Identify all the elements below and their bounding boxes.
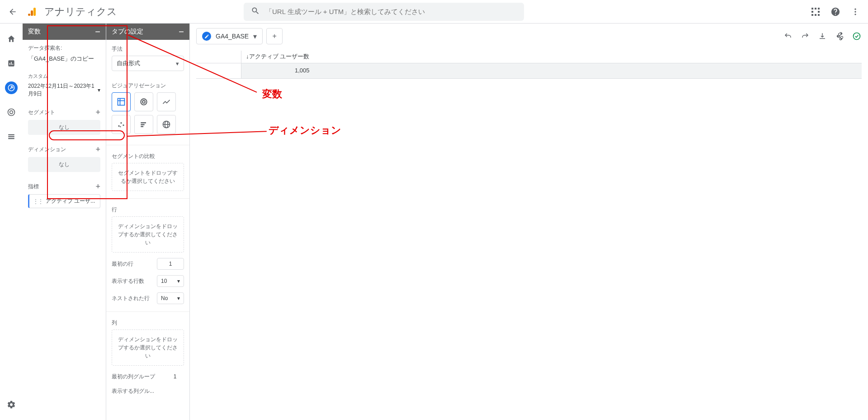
nav-configure-icon[interactable] [5, 130, 18, 143]
exploration-name-value[interactable]: 「GA4_BASE」のコピー [28, 55, 100, 63]
segment-none: なし [28, 120, 100, 135]
viz-scatter-icon[interactable] [112, 115, 131, 134]
svg-rect-6 [811, 11, 813, 13]
help-icon[interactable] [830, 6, 841, 17]
svg-point-30 [120, 122, 122, 124]
svg-point-32 [120, 126, 121, 128]
main-area: 変数 − データ探索名: 「GA4_BASE」のコピー カスタム 2022年12… [23, 24, 868, 420]
share-icon[interactable] [835, 31, 844, 41]
canvas-tab[interactable]: GA4_BASE ▾ [196, 28, 263, 44]
rows-dropzone[interactable]: ディメンションをドロップするか選択してください [112, 216, 184, 253]
show-rows-select[interactable]: 10▾ [157, 275, 184, 287]
svg-rect-34 [141, 124, 144, 125]
technique-select[interactable]: 自由形式▾ [112, 56, 184, 71]
svg-point-11 [854, 8, 856, 10]
annotation-text-dimension: ディメンション [269, 124, 341, 137]
nav-advertising-icon[interactable] [5, 106, 18, 119]
viz-geo-icon[interactable] [157, 115, 176, 134]
first-col-group-label: 最初の列グループ [112, 373, 155, 381]
columns-label: 列 [112, 319, 184, 327]
nav-explore-icon[interactable] [5, 81, 18, 94]
rows-section: 行 ディメンションをドロップするか選択してください 最初の行 1 表示する行数 … [106, 200, 189, 310]
svg-rect-33 [141, 122, 146, 124]
variables-panel-header[interactable]: 変数 − [23, 24, 106, 40]
svg-rect-3 [811, 8, 813, 10]
viz-line-icon[interactable] [157, 92, 176, 111]
data-quality-icon[interactable] [852, 31, 862, 41]
apps-icon[interactable] [810, 6, 821, 17]
search-box[interactable] [244, 3, 524, 21]
first-col-group-value[interactable]: 1 [166, 371, 184, 382]
date-range-section[interactable]: カスタム 2022年12月11日～2023年1月9日▾ [23, 68, 106, 103]
collapse-icon[interactable]: − [95, 27, 100, 37]
canvas-area: GA4_BASE ▾ + ↓アクティブ ユーザー数 1,005 [190, 24, 868, 420]
dropdown-arrow-icon: ▾ [177, 278, 180, 284]
search-input[interactable] [265, 8, 517, 15]
tab-settings-header[interactable]: タブの設定 − [106, 24, 189, 40]
undo-icon[interactable] [783, 31, 793, 41]
svg-point-28 [142, 100, 145, 103]
collapse-icon[interactable]: − [179, 27, 184, 37]
columns-dropzone[interactable]: ディメンションをドロップするか選択してください [112, 329, 184, 366]
segment-label: セグメント+ [28, 108, 100, 117]
svg-point-40 [837, 35, 839, 37]
table-data-row: 1,005 [196, 63, 862, 79]
show-rows-label: 表示する行数 [112, 277, 144, 285]
canvas-tab-name: GA4_BASE [216, 33, 249, 40]
back-arrow-icon[interactable] [7, 6, 18, 17]
add-dimension-button[interactable]: + [95, 145, 100, 154]
first-row-label: 最初の行 [112, 260, 133, 268]
svg-rect-5 [818, 8, 820, 10]
dropdown-arrow-icon[interactable]: ▾ [253, 32, 257, 41]
redo-icon[interactable] [800, 31, 810, 41]
svg-rect-4 [815, 8, 816, 10]
download-icon[interactable] [817, 31, 827, 41]
svg-rect-1 [31, 10, 33, 16]
svg-rect-7 [818, 11, 820, 13]
svg-rect-22 [8, 136, 14, 137]
svg-rect-8 [811, 14, 813, 16]
visualization-label: ビジュアリゼーション [112, 82, 184, 90]
metric-chip-active-users[interactable]: ⋮⋮アクティブ ユーザ... [28, 194, 100, 208]
variables-panel: 変数 − データ探索名: 「GA4_BASE」のコピー カスタム 2022年12… [23, 24, 106, 420]
first-row-input[interactable]: 1 [157, 258, 184, 270]
dropdown-arrow-icon: ▾ [176, 60, 179, 67]
columns-section: 列 ディメンションをドロップするか選択してください 最初の列グループ 1 表示す… [106, 314, 189, 401]
svg-rect-9 [815, 14, 816, 16]
nav-reports-icon[interactable] [5, 57, 18, 70]
add-tab-button[interactable]: + [266, 28, 283, 44]
svg-rect-0 [33, 8, 36, 16]
nested-rows-label: ネストされた行 [112, 295, 150, 302]
svg-point-2 [28, 14, 30, 16]
viz-table-icon[interactable] [112, 92, 131, 111]
more-vert-icon[interactable] [850, 6, 861, 17]
technique-label: 手法 [112, 45, 184, 53]
rows-label: 行 [112, 206, 184, 214]
viz-donut-icon[interactable] [134, 92, 153, 111]
app-title: アナリティクス [44, 5, 117, 19]
add-metric-button[interactable]: + [95, 182, 100, 191]
nav-home-icon[interactable] [5, 33, 18, 45]
canvas-toolbar [783, 31, 862, 41]
left-nav-rail [0, 24, 23, 420]
metric-section: 指標+ ⋮⋮アクティブ ユーザ... [23, 177, 106, 214]
viz-bar-icon[interactable] [134, 115, 153, 134]
column-header-active-users[interactable]: ↓アクティブ ユーザー数 [241, 51, 862, 63]
svg-point-29 [118, 125, 119, 127]
svg-rect-16 [11, 62, 12, 65]
svg-point-12 [854, 11, 856, 12]
analytics-logo-icon [27, 6, 38, 17]
dimension-section: ディメンション+ なし [23, 140, 106, 177]
app-header: アナリティクス [0, 0, 868, 24]
search-icon [251, 6, 260, 17]
nested-rows-select[interactable]: No▾ [157, 292, 184, 304]
drag-handle-icon: ⋮⋮ [33, 198, 43, 205]
tab-bar: GA4_BASE ▾ + [196, 28, 862, 44]
segment-compare-dropzone[interactable]: セグメントをドロップするか選択してください [112, 163, 184, 191]
add-segment-button[interactable]: + [95, 108, 100, 117]
nav-admin-icon[interactable] [5, 398, 18, 411]
date-range-value[interactable]: 2022年12月11日～2023年1月9日▾ [28, 82, 100, 98]
svg-rect-15 [9, 63, 10, 65]
svg-rect-10 [818, 14, 820, 16]
svg-rect-35 [141, 126, 143, 127]
